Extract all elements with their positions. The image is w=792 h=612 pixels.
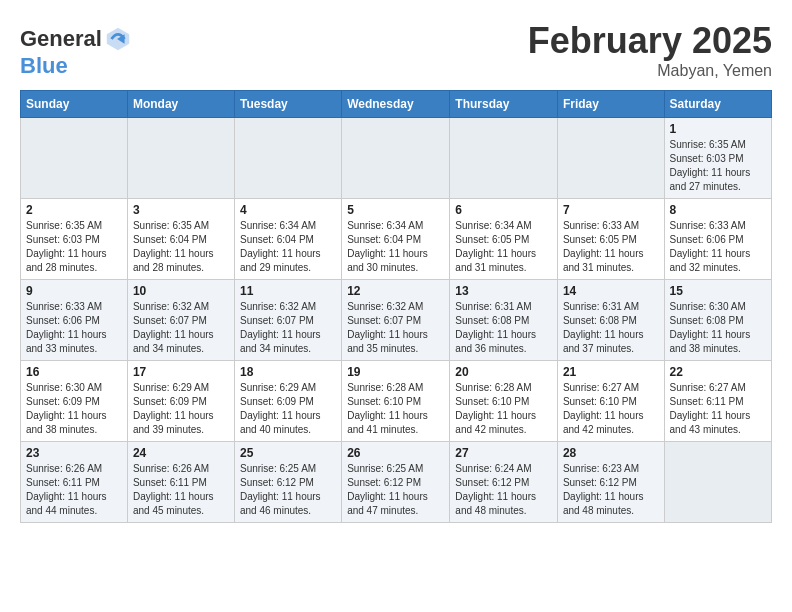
calendar-table: SundayMondayTuesdayWednesdayThursdayFrid… [20, 90, 772, 523]
calendar-day-cell: 7Sunrise: 6:33 AMSunset: 6:05 PMDaylight… [557, 199, 664, 280]
calendar-day-cell: 13Sunrise: 6:31 AMSunset: 6:08 PMDayligh… [450, 280, 558, 361]
day-info: Sunrise: 6:26 AMSunset: 6:11 PMDaylight:… [26, 462, 122, 518]
calendar-day-cell [21, 118, 128, 199]
day-number: 17 [133, 365, 229, 379]
day-number: 20 [455, 365, 552, 379]
calendar-day-cell: 6Sunrise: 6:34 AMSunset: 6:05 PMDaylight… [450, 199, 558, 280]
day-number: 22 [670, 365, 766, 379]
day-number: 26 [347, 446, 444, 460]
day-number: 21 [563, 365, 659, 379]
calendar-day-cell: 14Sunrise: 6:31 AMSunset: 6:08 PMDayligh… [557, 280, 664, 361]
calendar-week-row: 23Sunrise: 6:26 AMSunset: 6:11 PMDayligh… [21, 442, 772, 523]
calendar-day-cell: 24Sunrise: 6:26 AMSunset: 6:11 PMDayligh… [127, 442, 234, 523]
calendar-week-row: 1Sunrise: 6:35 AMSunset: 6:03 PMDaylight… [21, 118, 772, 199]
header-friday: Friday [557, 91, 664, 118]
day-info: Sunrise: 6:34 AMSunset: 6:05 PMDaylight:… [455, 219, 552, 275]
day-number: 18 [240, 365, 336, 379]
day-number: 25 [240, 446, 336, 460]
day-info: Sunrise: 6:32 AMSunset: 6:07 PMDaylight:… [240, 300, 336, 356]
calendar-day-cell: 10Sunrise: 6:32 AMSunset: 6:07 PMDayligh… [127, 280, 234, 361]
day-info: Sunrise: 6:26 AMSunset: 6:11 PMDaylight:… [133, 462, 229, 518]
day-number: 6 [455, 203, 552, 217]
day-info: Sunrise: 6:33 AMSunset: 6:06 PMDaylight:… [670, 219, 766, 275]
day-number: 16 [26, 365, 122, 379]
logo-general: General [20, 27, 102, 51]
day-info: Sunrise: 6:29 AMSunset: 6:09 PMDaylight:… [133, 381, 229, 437]
calendar-day-cell [342, 118, 450, 199]
day-info: Sunrise: 6:30 AMSunset: 6:09 PMDaylight:… [26, 381, 122, 437]
calendar-day-cell [234, 118, 341, 199]
location: Mabyan, Yemen [528, 62, 772, 80]
calendar-day-cell: 21Sunrise: 6:27 AMSunset: 6:10 PMDayligh… [557, 361, 664, 442]
calendar-day-cell [557, 118, 664, 199]
page-header: General Blue February 2025 Mabyan, Yemen [20, 20, 772, 80]
calendar-week-row: 9Sunrise: 6:33 AMSunset: 6:06 PMDaylight… [21, 280, 772, 361]
calendar-day-cell: 25Sunrise: 6:25 AMSunset: 6:12 PMDayligh… [234, 442, 341, 523]
day-info: Sunrise: 6:35 AMSunset: 6:03 PMDaylight:… [26, 219, 122, 275]
header-wednesday: Wednesday [342, 91, 450, 118]
day-info: Sunrise: 6:33 AMSunset: 6:06 PMDaylight:… [26, 300, 122, 356]
day-info: Sunrise: 6:31 AMSunset: 6:08 PMDaylight:… [563, 300, 659, 356]
day-info: Sunrise: 6:29 AMSunset: 6:09 PMDaylight:… [240, 381, 336, 437]
day-number: 9 [26, 284, 122, 298]
day-number: 24 [133, 446, 229, 460]
day-info: Sunrise: 6:35 AMSunset: 6:04 PMDaylight:… [133, 219, 229, 275]
day-number: 23 [26, 446, 122, 460]
day-number: 10 [133, 284, 229, 298]
calendar-day-cell: 15Sunrise: 6:30 AMSunset: 6:08 PMDayligh… [664, 280, 771, 361]
header-saturday: Saturday [664, 91, 771, 118]
header-tuesday: Tuesday [234, 91, 341, 118]
calendar-week-row: 2Sunrise: 6:35 AMSunset: 6:03 PMDaylight… [21, 199, 772, 280]
day-info: Sunrise: 6:27 AMSunset: 6:11 PMDaylight:… [670, 381, 766, 437]
calendar-day-cell: 17Sunrise: 6:29 AMSunset: 6:09 PMDayligh… [127, 361, 234, 442]
day-number: 12 [347, 284, 444, 298]
calendar-day-cell: 4Sunrise: 6:34 AMSunset: 6:04 PMDaylight… [234, 199, 341, 280]
calendar-day-cell: 23Sunrise: 6:26 AMSunset: 6:11 PMDayligh… [21, 442, 128, 523]
day-number: 5 [347, 203, 444, 217]
calendar-day-cell: 1Sunrise: 6:35 AMSunset: 6:03 PMDaylight… [664, 118, 771, 199]
day-number: 11 [240, 284, 336, 298]
calendar-day-cell: 12Sunrise: 6:32 AMSunset: 6:07 PMDayligh… [342, 280, 450, 361]
header-thursday: Thursday [450, 91, 558, 118]
day-info: Sunrise: 6:30 AMSunset: 6:08 PMDaylight:… [670, 300, 766, 356]
day-info: Sunrise: 6:33 AMSunset: 6:05 PMDaylight:… [563, 219, 659, 275]
calendar-day-cell: 2Sunrise: 6:35 AMSunset: 6:03 PMDaylight… [21, 199, 128, 280]
day-number: 15 [670, 284, 766, 298]
day-info: Sunrise: 6:27 AMSunset: 6:10 PMDaylight:… [563, 381, 659, 437]
logo-icon [104, 25, 132, 53]
calendar-day-cell: 27Sunrise: 6:24 AMSunset: 6:12 PMDayligh… [450, 442, 558, 523]
logo: General Blue [20, 25, 132, 79]
day-number: 13 [455, 284, 552, 298]
day-info: Sunrise: 6:34 AMSunset: 6:04 PMDaylight:… [347, 219, 444, 275]
calendar-day-cell: 16Sunrise: 6:30 AMSunset: 6:09 PMDayligh… [21, 361, 128, 442]
calendar-day-cell: 26Sunrise: 6:25 AMSunset: 6:12 PMDayligh… [342, 442, 450, 523]
day-info: Sunrise: 6:32 AMSunset: 6:07 PMDaylight:… [133, 300, 229, 356]
calendar-day-cell [450, 118, 558, 199]
calendar-day-cell: 19Sunrise: 6:28 AMSunset: 6:10 PMDayligh… [342, 361, 450, 442]
day-info: Sunrise: 6:35 AMSunset: 6:03 PMDaylight:… [670, 138, 766, 194]
month-title: February 2025 [528, 20, 772, 62]
day-info: Sunrise: 6:32 AMSunset: 6:07 PMDaylight:… [347, 300, 444, 356]
calendar-week-row: 16Sunrise: 6:30 AMSunset: 6:09 PMDayligh… [21, 361, 772, 442]
day-number: 3 [133, 203, 229, 217]
day-info: Sunrise: 6:28 AMSunset: 6:10 PMDaylight:… [455, 381, 552, 437]
calendar-day-cell [664, 442, 771, 523]
day-info: Sunrise: 6:23 AMSunset: 6:12 PMDaylight:… [563, 462, 659, 518]
day-number: 14 [563, 284, 659, 298]
calendar-day-cell: 8Sunrise: 6:33 AMSunset: 6:06 PMDaylight… [664, 199, 771, 280]
day-number: 1 [670, 122, 766, 136]
logo-blue: Blue [20, 53, 132, 79]
calendar-day-cell: 3Sunrise: 6:35 AMSunset: 6:04 PMDaylight… [127, 199, 234, 280]
day-number: 8 [670, 203, 766, 217]
calendar-header-row: SundayMondayTuesdayWednesdayThursdayFrid… [21, 91, 772, 118]
day-info: Sunrise: 6:25 AMSunset: 6:12 PMDaylight:… [240, 462, 336, 518]
calendar-day-cell: 20Sunrise: 6:28 AMSunset: 6:10 PMDayligh… [450, 361, 558, 442]
calendar-day-cell: 22Sunrise: 6:27 AMSunset: 6:11 PMDayligh… [664, 361, 771, 442]
day-info: Sunrise: 6:31 AMSunset: 6:08 PMDaylight:… [455, 300, 552, 356]
day-number: 7 [563, 203, 659, 217]
day-info: Sunrise: 6:25 AMSunset: 6:12 PMDaylight:… [347, 462, 444, 518]
day-number: 2 [26, 203, 122, 217]
day-number: 27 [455, 446, 552, 460]
calendar-day-cell [127, 118, 234, 199]
day-info: Sunrise: 6:34 AMSunset: 6:04 PMDaylight:… [240, 219, 336, 275]
